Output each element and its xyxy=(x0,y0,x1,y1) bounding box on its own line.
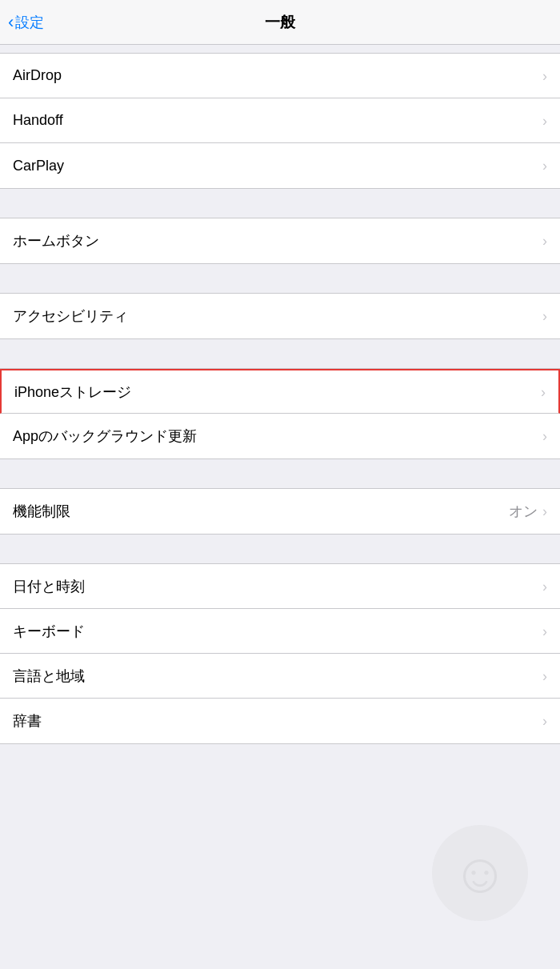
watermark: ☺ xyxy=(432,825,528,921)
chevron-right-icon: › xyxy=(542,429,547,443)
section-accessibility: アクセシビリティ › xyxy=(0,293,560,339)
list-item[interactable]: アクセシビリティ › xyxy=(0,294,560,338)
chevron-right-icon: › xyxy=(542,579,547,594)
chevron-right-icon: › xyxy=(542,69,547,83)
chevron-right-icon: › xyxy=(542,234,547,248)
back-label: 設定 xyxy=(15,13,44,32)
list-item[interactable]: 言語と地域 › xyxy=(0,654,560,699)
list-item[interactable]: Handoff › xyxy=(0,98,560,143)
list-item[interactable]: AirDrop › xyxy=(0,54,560,98)
list-item[interactable]: ホームボタン › xyxy=(0,218,560,263)
item-label: iPhoneストレージ xyxy=(14,382,541,402)
chevron-right-icon: › xyxy=(542,624,547,639)
section-home: ホームボタン › xyxy=(0,218,560,264)
section-datetime: 日付と時刻 › キーボード › 言語と地域 › 辞書 › xyxy=(0,563,560,744)
chevron-right-icon: › xyxy=(542,669,547,683)
list-item[interactable]: 辞書 › xyxy=(0,699,560,743)
item-label: Handoff xyxy=(13,112,542,129)
nav-bar: ‹ 設定 一般 xyxy=(0,0,560,45)
chevron-right-icon: › xyxy=(542,158,547,173)
section-separator xyxy=(0,339,560,368)
section-storage: iPhoneストレージ › Appのバックグラウンド更新 › xyxy=(0,368,560,459)
item-label: AirDrop xyxy=(13,67,542,84)
section-separator xyxy=(0,744,560,773)
list-item[interactable]: 機能制限 オン › xyxy=(0,489,560,534)
item-label: 辞書 xyxy=(13,711,542,731)
section-separator xyxy=(0,45,560,53)
item-value: オン xyxy=(509,502,538,521)
list-item[interactable]: キーボード › xyxy=(0,609,560,654)
item-label: Appのバックグラウンド更新 xyxy=(13,426,542,446)
chevron-right-icon: › xyxy=(542,714,547,728)
section-restrictions: 機能制限 オン › xyxy=(0,488,560,535)
page-title: 一般 xyxy=(265,12,295,33)
section-connectivity: AirDrop › Handoff › CarPlay › xyxy=(0,53,560,189)
chevron-right-icon: › xyxy=(542,309,547,323)
section-separator xyxy=(0,264,560,293)
list-item[interactable]: CarPlay › xyxy=(0,143,560,188)
item-label: キーボード xyxy=(13,622,542,641)
item-label: 日付と時刻 xyxy=(13,577,542,596)
item-label: 機能制限 xyxy=(13,502,509,521)
back-chevron-icon: ‹ xyxy=(8,14,14,31)
back-button[interactable]: ‹ 設定 xyxy=(8,13,44,32)
chevron-right-icon: › xyxy=(542,114,547,128)
list-item[interactable]: Appのバックグラウンド更新 › xyxy=(0,414,560,458)
item-label: 言語と地域 xyxy=(13,667,542,686)
chevron-right-icon: › xyxy=(542,504,547,519)
item-label: ホームボタン xyxy=(13,231,542,250)
item-label: CarPlay xyxy=(13,158,542,174)
section-separator xyxy=(0,535,560,563)
list-item[interactable]: 日付と時刻 › xyxy=(0,564,560,609)
section-separator xyxy=(0,459,560,488)
iphone-storage-item[interactable]: iPhoneストレージ › xyxy=(0,369,560,414)
chevron-right-icon: › xyxy=(541,385,546,399)
item-label: アクセシビリティ xyxy=(13,306,542,326)
section-separator xyxy=(0,189,560,218)
